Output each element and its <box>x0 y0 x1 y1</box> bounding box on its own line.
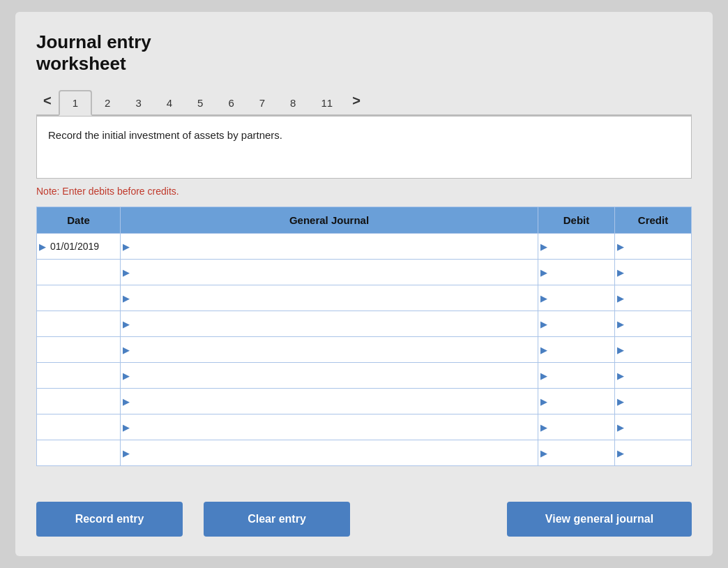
tab-7[interactable]: 7 <box>247 91 278 114</box>
next-tab-arrow[interactable]: > <box>345 87 367 114</box>
cell-debit-6[interactable]: ▶ <box>538 389 615 414</box>
input-date-4[interactable] <box>37 337 120 362</box>
cell-credit-7[interactable]: ▶ <box>615 414 692 440</box>
cell-gj-6[interactable]: ▶ <box>121 389 538 414</box>
input-date-0[interactable] <box>46 234 120 259</box>
cell-date-3[interactable] <box>37 311 121 337</box>
cell-date-4[interactable] <box>37 337 121 363</box>
prev-tab-arrow[interactable]: < <box>36 87 59 114</box>
cell-debit-7[interactable]: ▶ <box>538 414 615 440</box>
tab-6[interactable]: 6 <box>215 91 246 114</box>
cell-gj-4[interactable]: ▶ <box>121 337 538 363</box>
input-gj-5[interactable] <box>130 363 538 388</box>
cell-gj-5[interactable]: ▶ <box>121 363 538 389</box>
cell-gj-8[interactable]: ▶ <box>121 440 538 466</box>
table-row: ▶▶▶ <box>37 363 692 389</box>
input-gj-6[interactable] <box>130 389 538 414</box>
cell-date-7[interactable] <box>37 414 121 440</box>
input-credit-2[interactable] <box>624 285 691 311</box>
cell-date-6[interactable] <box>37 389 121 414</box>
input-date-6[interactable] <box>37 389 120 414</box>
tab-8[interactable]: 8 <box>278 91 308 114</box>
tab-2[interactable]: 2 <box>92 91 123 114</box>
cell-debit-4[interactable]: ▶ <box>538 337 615 363</box>
cell-gj-3[interactable]: ▶ <box>121 311 538 337</box>
cell-date-0[interactable]: ▶ <box>37 234 121 260</box>
cell-debit-5[interactable]: ▶ <box>538 363 615 389</box>
cell-credit-0[interactable]: ▶ <box>615 234 692 260</box>
input-gj-8[interactable] <box>130 440 538 465</box>
input-debit-8[interactable] <box>547 440 614 465</box>
input-credit-3[interactable] <box>624 311 691 336</box>
table-row: ▶▶▶▶ <box>37 234 692 260</box>
buttons-row: Record entry Clear entry View general jo… <box>36 502 692 537</box>
description-box: Record the initial investment of assets … <box>36 116 692 179</box>
table-row: ▶▶▶ <box>37 440 692 466</box>
input-date-2[interactable] <box>37 285 120 311</box>
cell-date-1[interactable] <box>37 260 121 285</box>
input-gj-4[interactable] <box>130 337 538 362</box>
main-container: Journal entry worksheet < 1 2 3 4 5 6 7 … <box>15 12 713 556</box>
record-entry-button[interactable]: Record entry <box>36 502 183 537</box>
col-header-credit: Credit <box>615 207 692 234</box>
input-credit-5[interactable] <box>624 363 691 388</box>
clear-entry-button[interactable]: Clear entry <box>204 502 350 537</box>
cell-debit-2[interactable]: ▶ <box>538 285 615 311</box>
input-date-8[interactable] <box>37 440 120 465</box>
input-debit-5[interactable] <box>547 363 614 388</box>
table-row: ▶▶▶ <box>37 260 692 285</box>
input-credit-7[interactable] <box>624 414 691 440</box>
cell-gj-2[interactable]: ▶ <box>121 285 538 311</box>
input-credit-0[interactable] <box>624 234 691 259</box>
tab-5[interactable]: 5 <box>185 91 215 114</box>
tab-1[interactable]: 1 <box>59 90 92 116</box>
input-gj-7[interactable] <box>130 414 538 440</box>
input-date-7[interactable] <box>37 414 120 440</box>
input-gj-1[interactable] <box>130 260 538 285</box>
input-debit-7[interactable] <box>547 414 614 440</box>
cell-date-5[interactable] <box>37 363 121 389</box>
input-credit-4[interactable] <box>624 337 691 362</box>
tab-4[interactable]: 4 <box>154 91 185 114</box>
description-text: Record the initial investment of assets … <box>48 129 282 141</box>
table-row: ▶▶▶ <box>37 414 692 440</box>
input-credit-8[interactable] <box>624 440 691 465</box>
input-debit-2[interactable] <box>547 285 614 311</box>
tab-3[interactable]: 3 <box>123 91 153 114</box>
input-credit-1[interactable] <box>624 260 691 285</box>
cell-date-8[interactable] <box>37 440 121 466</box>
input-gj-3[interactable] <box>130 311 538 336</box>
input-date-5[interactable] <box>37 363 120 388</box>
cell-debit-1[interactable]: ▶ <box>538 260 615 285</box>
input-debit-3[interactable] <box>547 311 614 336</box>
note-text: Note: Enter debits before credits. <box>36 186 692 197</box>
table-row: ▶▶▶ <box>37 337 692 363</box>
cell-credit-4[interactable]: ▶ <box>615 337 692 363</box>
tabs-row: < 1 2 3 4 5 6 7 8 11 > <box>36 87 692 116</box>
input-date-1[interactable] <box>37 260 120 285</box>
input-debit-1[interactable] <box>547 260 614 285</box>
tab-11[interactable]: 11 <box>308 91 345 114</box>
cell-debit-8[interactable]: ▶ <box>538 440 615 466</box>
view-general-journal-button[interactable]: View general journal <box>507 502 692 537</box>
cell-credit-5[interactable]: ▶ <box>615 363 692 389</box>
page-title: Journal entry worksheet <box>36 31 692 75</box>
cell-date-2[interactable] <box>37 285 121 311</box>
cell-gj-7[interactable]: ▶ <box>121 414 538 440</box>
input-date-3[interactable] <box>37 311 120 336</box>
input-gj-2[interactable] <box>130 285 538 311</box>
cell-credit-2[interactable]: ▶ <box>615 285 692 311</box>
cell-gj-1[interactable]: ▶ <box>121 260 538 285</box>
cell-credit-3[interactable]: ▶ <box>615 311 692 337</box>
cell-credit-8[interactable]: ▶ <box>615 440 692 466</box>
input-gj-0[interactable] <box>130 234 538 259</box>
cell-debit-0[interactable]: ▶ <box>538 234 615 260</box>
cell-credit-1[interactable]: ▶ <box>615 260 692 285</box>
cell-credit-6[interactable]: ▶ <box>615 389 692 414</box>
cell-debit-3[interactable]: ▶ <box>538 311 615 337</box>
input-debit-4[interactable] <box>547 337 614 362</box>
input-debit-6[interactable] <box>547 389 614 414</box>
input-credit-6[interactable] <box>624 389 691 414</box>
cell-gj-0[interactable]: ▶ <box>121 234 538 260</box>
input-debit-0[interactable] <box>547 234 614 259</box>
